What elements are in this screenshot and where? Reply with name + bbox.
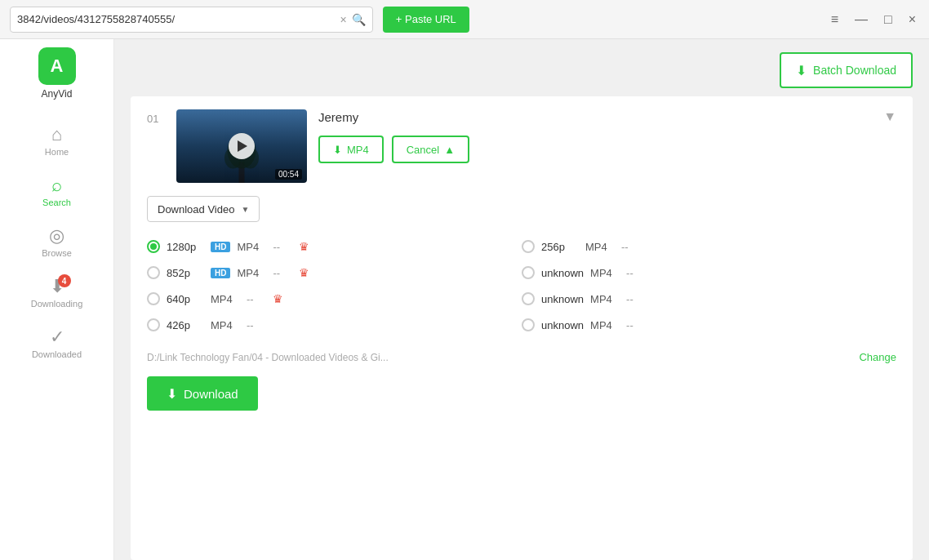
format-unknown3: MP4 — [590, 319, 620, 331]
close-button[interactable]: × — [905, 11, 919, 29]
radio-426p[interactable] — [147, 318, 160, 331]
radio-unknown2[interactable] — [522, 292, 535, 305]
menu-button[interactable]: ≡ — [828, 11, 842, 29]
search-label: Search — [42, 198, 71, 207]
title-bar: × 🔍 + Paste URL ≡ — □ × — [0, 0, 929, 39]
radio-1280p[interactable] — [147, 240, 160, 253]
video-title-row: Jeremy ▼ — [318, 109, 896, 124]
video-title: Jeremy — [318, 110, 358, 124]
select-arrow-icon: ▼ — [241, 205, 249, 214]
mp4-button[interactable]: ⬇ MP4 — [318, 136, 384, 163]
sidebar-item-home[interactable]: ⌂ Home — [0, 116, 113, 167]
download-btn-icon: ⬇ — [167, 386, 177, 402]
hd-badge-852p: HD — [211, 268, 230, 278]
download-options-header: Download Video ▼ — [147, 196, 896, 222]
format-640p: MP4 — [211, 293, 240, 305]
size-640p: -- — [247, 293, 266, 305]
premium-icon-1280p: ♛ — [299, 240, 309, 253]
quality-row-unknown1: unknown MP4 -- — [522, 260, 896, 286]
download-video-label: Download Video — [158, 203, 234, 216]
window-controls: ≡ — □ × — [828, 11, 919, 29]
size-256p: -- — [621, 241, 641, 253]
format-256p: MP4 — [585, 241, 615, 253]
downloading-label: Downloading — [31, 299, 83, 309]
video-duration: 00:54 — [275, 169, 302, 180]
downloading-badge-wrap: ⬇ 4 — [50, 278, 64, 296]
size-426p: -- — [247, 319, 266, 331]
sidebar: A AnyVid ⌂ Home ⌕ Search ◎ Browse — [0, 39, 114, 560]
quality-grid: 1280p HD MP4 -- ♛ 256p MP4 -- 852p HD — [147, 233, 896, 338]
paste-url-button[interactable]: + Paste URL — [383, 7, 469, 33]
sidebar-item-browse[interactable]: ◎ Browse — [0, 217, 113, 268]
quality-row-1280p: 1280p HD MP4 -- ♛ — [147, 233, 522, 260]
radio-unknown3[interactable] — [522, 318, 535, 331]
cancel-label: Cancel — [407, 144, 439, 156]
minimize-button[interactable]: — — [851, 11, 871, 29]
quality-row-640p: 640p MP4 -- ♛ — [147, 286, 522, 312]
mp4-label: MP4 — [347, 144, 369, 156]
size-852p: -- — [273, 267, 292, 279]
video-number: 01 — [147, 109, 167, 125]
paste-url-label: + Paste URL — [396, 13, 456, 25]
size-unknown2: -- — [626, 293, 646, 305]
download-video-select[interactable]: Download Video ▼ — [147, 196, 260, 222]
content-header: ⬇ Batch Download — [114, 39, 929, 96]
batch-download-button[interactable]: ⬇ Batch Download — [780, 52, 913, 88]
format-426p: MP4 — [211, 319, 240, 331]
format-1280p: MP4 — [237, 241, 266, 253]
format-unknown1: MP4 — [590, 267, 620, 279]
radio-852p[interactable] — [147, 266, 160, 279]
app-logo: A AnyVid — [38, 47, 76, 100]
quality-label-426p: 426p — [167, 319, 204, 331]
premium-icon-852p: ♛ — [299, 266, 309, 279]
maximize-button[interactable]: □ — [881, 11, 896, 29]
video-actions: ⬇ MP4 Cancel ▲ — [318, 136, 896, 163]
radio-inner-1280p — [150, 243, 157, 250]
size-unknown3: -- — [626, 319, 646, 331]
hd-badge-1280p: HD — [211, 242, 230, 252]
quality-row-256p: 256p MP4 -- — [522, 233, 896, 260]
sidebar-item-downloaded[interactable]: ✓ Downloaded — [0, 318, 113, 369]
format-852p: MP4 — [237, 267, 266, 279]
download-btn-label: Download — [184, 387, 238, 401]
url-clear-button[interactable]: × — [340, 14, 347, 25]
download-small-icon: ⬇ — [333, 144, 342, 156]
change-path-button[interactable]: Change — [859, 351, 896, 363]
download-button[interactable]: ⬇ Download — [147, 376, 258, 411]
radio-unknown1[interactable] — [522, 266, 535, 279]
radio-256p[interactable] — [522, 240, 535, 253]
premium-icon-640p: ♛ — [273, 292, 283, 305]
downloading-badge: 4 — [58, 274, 71, 287]
quality-label-852p: 852p — [167, 267, 204, 279]
cancel-button[interactable]: Cancel ▲ — [392, 136, 469, 163]
search-icon: 🔍 — [352, 13, 366, 26]
size-unknown1: -- — [626, 267, 646, 279]
quality-label-unknown3: unknown — [541, 319, 584, 331]
home-label: Home — [45, 147, 69, 157]
quality-row-unknown2: unknown MP4 -- — [522, 286, 896, 312]
search-icon: ⌕ — [51, 176, 62, 194]
quality-row-852p: 852p HD MP4 -- ♛ — [147, 260, 522, 286]
download-arrow-icon: ⬇ — [796, 63, 807, 78]
sidebar-item-downloading[interactable]: ⬇ 4 Downloading — [0, 268, 113, 318]
logo-label: AnyVid — [42, 88, 73, 100]
video-thumbnail[interactable]: 00:54 — [176, 109, 307, 183]
content-area: ⬇ Batch Download 01 — [114, 39, 929, 560]
url-input[interactable] — [17, 13, 340, 25]
play-button[interactable] — [229, 133, 255, 159]
video-card: 01 00:54 — [131, 96, 913, 560]
size-1280p: -- — [273, 241, 292, 253]
main-layout: A AnyVid ⌂ Home ⌕ Search ◎ Browse — [0, 39, 929, 560]
quality-row-426p: 426p MP4 -- — [147, 312, 522, 338]
sidebar-item-search[interactable]: ⌕ Search — [0, 167, 113, 217]
browse-label: Browse — [42, 248, 72, 258]
radio-640p[interactable] — [147, 292, 160, 305]
video-header: 01 00:54 — [147, 109, 896, 183]
quality-label-unknown1: unknown — [541, 267, 584, 279]
browse-icon: ◎ — [49, 227, 64, 245]
downloaded-label: Downloaded — [32, 349, 82, 359]
video-info: Jeremy ▼ ⬇ MP4 Cancel ▲ — [318, 109, 896, 163]
chevron-down-icon[interactable]: ▼ — [883, 109, 896, 124]
sidebar-nav: ⌂ Home ⌕ Search ◎ Browse ⬇ 4 Downloading — [0, 116, 113, 369]
batch-download-label: Batch Download — [813, 64, 896, 77]
